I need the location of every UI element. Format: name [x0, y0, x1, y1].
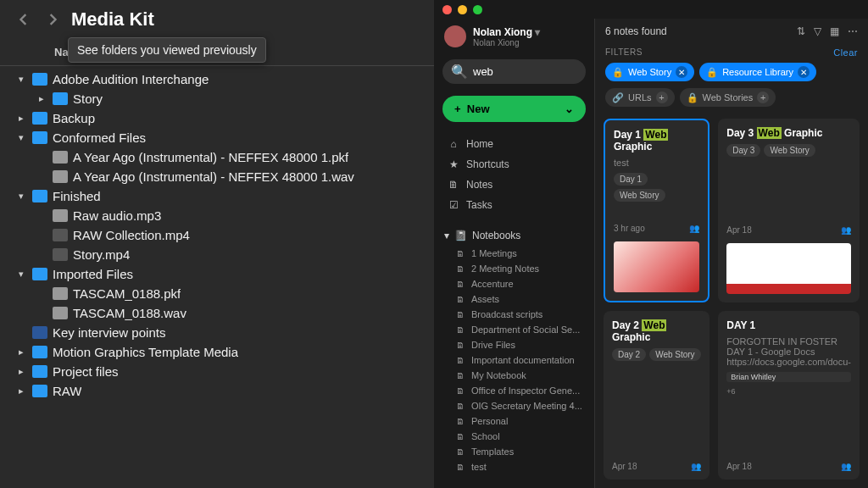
note-time: Apr 18: [726, 225, 751, 235]
user-name: Nolan Xiong ▾: [473, 26, 540, 38]
notebook-item[interactable]: 🗎Assets: [453, 291, 587, 307]
tree-row[interactable]: ▸Project files: [0, 362, 434, 381]
note-card[interactable]: Day 3 Web Graphic Day 3Web Story Apr 18👥: [718, 119, 860, 302]
item-label: Backup: [53, 111, 95, 125]
filter-chip-suggest[interactable]: 🔗URLs+: [605, 88, 675, 107]
note-tag[interactable]: Web Story: [764, 144, 815, 157]
close-icon[interactable]: [442, 5, 452, 14]
note-time: Apr 18: [612, 462, 637, 471]
notebook-item[interactable]: 🗎Office of Inspector Gene...: [453, 383, 587, 398]
tree-row[interactable]: A Year Ago (Instrumental) - NEFFEX 48000…: [0, 147, 434, 167]
tree-row[interactable]: RAW Collection.mp4: [0, 225, 434, 245]
tree-row[interactable]: ▾Imported Files: [0, 264, 434, 284]
lock-icon: 🔒: [612, 67, 624, 78]
tree-row[interactable]: ▾Finished: [0, 186, 434, 206]
more-icon[interactable]: ⋯: [848, 25, 858, 37]
notebook-item[interactable]: 🗎Accenture: [453, 276, 587, 291]
note-tag[interactable]: Day 2: [612, 348, 646, 361]
notebook-list: 🗎1 Meetings🗎2 Meeting Notes🗎Accenture🗎As…: [441, 246, 587, 474]
filter-chip-active[interactable]: 🔒Resource Library✕: [699, 63, 816, 81]
disclosure-icon[interactable]: ▾: [15, 132, 27, 143]
notebook-item[interactable]: 🗎My Notebook: [453, 368, 587, 383]
nav-item-notes[interactable]: 🗎Notes: [441, 175, 587, 195]
forward-icon[interactable]: [42, 9, 63, 30]
notebook-item[interactable]: 🗎1 Meetings: [453, 246, 587, 261]
notebook-item[interactable]: 🗎Important documentation: [453, 352, 587, 368]
tree-row[interactable]: Raw audio.mp3: [0, 206, 434, 225]
disclosure-icon[interactable]: ▸: [15, 347, 27, 358]
new-button[interactable]: + New ⌄: [442, 96, 586, 122]
tree-row[interactable]: ▾Conformed Files: [0, 128, 434, 147]
zoom-icon[interactable]: [473, 5, 482, 14]
disclosure-icon[interactable]: ▾: [15, 269, 27, 280]
notebook-label: test: [471, 462, 487, 472]
tree-row[interactable]: ▸Motion Graphics Template Media: [0, 342, 434, 362]
tree-row[interactable]: Key interview points: [0, 323, 434, 342]
disclosure-icon[interactable]: ▸: [36, 93, 47, 104]
note-card[interactable]: DAY 1 FORGOTTEN IN FOSTER DAY 1 - Google…: [718, 311, 860, 480]
user-menu[interactable]: Nolan Xiong ▾ Nolan Xiong: [441, 22, 587, 54]
item-label: RAW: [53, 384, 81, 398]
file-icon: [53, 209, 68, 222]
disclosure-icon[interactable]: ▸: [15, 366, 27, 377]
nav-item-home[interactable]: ⌂Home: [441, 134, 587, 154]
notebook-item[interactable]: 🗎Department of Social Se...: [453, 322, 587, 337]
note-tag[interactable]: Day 3: [726, 144, 760, 157]
lock-icon: 🔒: [706, 67, 718, 78]
search-field[interactable]: [473, 65, 615, 78]
note-tag[interactable]: Web Story: [649, 348, 701, 361]
tree-row[interactable]: TASCAM_0188.wav: [0, 303, 434, 323]
notebooks-header[interactable]: ▾ 📓 Notebooks: [441, 225, 587, 246]
file-browser-header: Media Kit See folders you viewed previou…: [0, 0, 434, 39]
tree-row[interactable]: Story.mp4: [0, 245, 434, 264]
disclosure-icon[interactable]: ▸: [15, 385, 27, 396]
notebook-item[interactable]: 🗎Broadcast scripts: [453, 307, 587, 322]
notebook-label: My Notebook: [471, 370, 526, 380]
tree-row[interactable]: ▸Backup: [0, 108, 434, 128]
note-tag[interactable]: Web Story: [614, 189, 665, 202]
notebook-item[interactable]: 🗎OIG Secretary Meeting 4...: [453, 398, 587, 413]
filter-icon[interactable]: ▽: [814, 25, 821, 37]
disclosure-icon[interactable]: ▾: [15, 74, 27, 85]
disclosure-icon[interactable]: ▸: [15, 113, 27, 124]
search-input[interactable]: 🔍 ✕: [442, 59, 586, 84]
tree-row[interactable]: ▾Adobe Audition Interchange: [0, 69, 434, 89]
notebook-item[interactable]: 🗎School: [453, 429, 587, 444]
chip-icon: 🔒: [687, 92, 698, 103]
minimize-icon[interactable]: [458, 5, 467, 14]
add-chip-icon[interactable]: +: [656, 92, 668, 103]
back-icon[interactable]: [14, 9, 34, 30]
sort-icon[interactable]: ⇅: [797, 25, 805, 37]
remove-chip-icon[interactable]: ✕: [798, 66, 810, 78]
item-label: Conformed Files: [53, 130, 146, 145]
folder-icon: [32, 131, 47, 144]
notebook-item[interactable]: 🗎Drive Files: [453, 337, 587, 352]
note-subtitle: test: [614, 158, 699, 168]
disclosure-icon[interactable]: ▾: [15, 191, 27, 202]
chip-label: Web Story: [628, 67, 671, 77]
note-card[interactable]: Day 2 Web Graphic Day 2Web Story Apr 18👥: [604, 311, 709, 480]
file-icon: [53, 229, 68, 241]
tree-row[interactable]: TASCAM_0188.pkf: [0, 284, 434, 303]
notebook-item[interactable]: 🗎Templates: [453, 444, 587, 459]
filter-chip-active[interactable]: 🔒Web Story✕: [605, 63, 694, 81]
notebook-icon: 🗎: [456, 325, 466, 335]
note-tag[interactable]: Day 1: [614, 173, 648, 186]
tree-row[interactable]: A Year Ago (Instrumental) - NEFFEX 48000…: [0, 167, 434, 186]
note-time: Apr 18: [726, 462, 751, 471]
notebook-item[interactable]: 🗎test: [453, 459, 587, 474]
remove-chip-icon[interactable]: ✕: [676, 66, 687, 78]
filter-chip-suggest[interactable]: 🔒Web Stories+: [680, 88, 776, 107]
note-card[interactable]: Day 1 Web Graphic test Day 1Web Story 3 …: [604, 119, 709, 302]
notebook-item[interactable]: 🗎2 Meeting Notes: [453, 261, 587, 276]
clear-filters-link[interactable]: Clear: [833, 47, 858, 58]
tree-row[interactable]: ▸Story: [0, 89, 434, 108]
grid-view-icon[interactable]: ▦: [830, 25, 839, 37]
item-label: Key interview points: [53, 325, 165, 340]
nav-item-tasks[interactable]: ☑Tasks: [441, 195, 587, 215]
notebook-label: Important documentation: [471, 355, 575, 365]
tree-row[interactable]: ▸RAW: [0, 381, 434, 401]
nav-item-shortcuts[interactable]: ★Shortcuts: [441, 154, 587, 175]
add-chip-icon[interactable]: +: [757, 92, 769, 103]
notebook-item[interactable]: 🗎Personal: [453, 413, 587, 429]
